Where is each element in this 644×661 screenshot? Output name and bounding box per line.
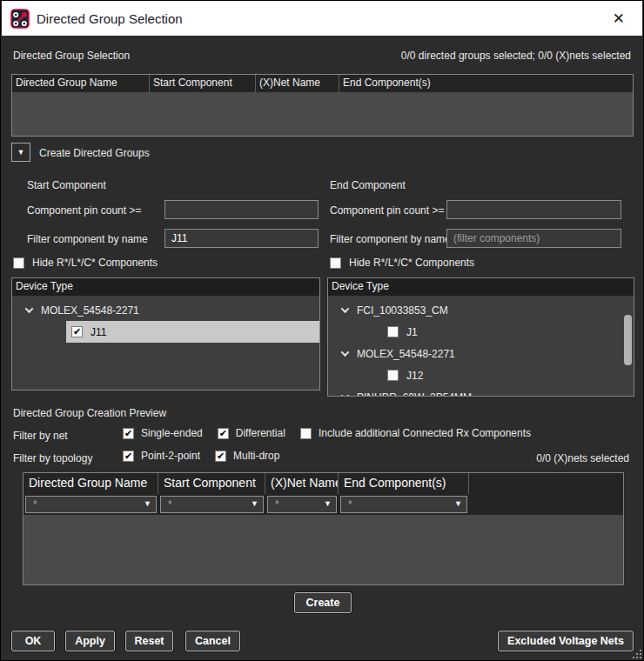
preview-filter-row: * ▼ * ▼ * ▼ * ▼ — [23, 494, 623, 515]
dropdown-arrow-icon: ▼ — [324, 500, 332, 508]
end-tree-body: FCI_10033853_CM J1 MOLEX_54548-2271 J12 … — [328, 296, 634, 397]
selection-table-header: Directed Group Name Start Component (X)N… — [12, 75, 633, 92]
selection-status: 0/0 directed groups selected; 0/0 (X)net… — [401, 50, 631, 62]
window-title: Directed Group Selection — [37, 11, 183, 26]
option-multi-drop[interactable]: ✔ Multi-drop — [215, 450, 279, 462]
selection-table-body[interactable] — [12, 92, 633, 136]
app-icon — [10, 8, 30, 29]
collapse-arrow-icon: ▼ — [17, 148, 25, 157]
preview-column-end-components: End Component(s) — [339, 473, 469, 494]
filter-by-net-label: Filter by net — [13, 430, 68, 442]
end-hide-rlc-checkbox[interactable] — [330, 257, 341, 269]
option-point-2-point[interactable]: ✔ Point-2-point — [123, 450, 200, 462]
start-tree-header: Device Type — [12, 278, 319, 296]
tree-leaf-j1-checkbox[interactable] — [387, 326, 399, 337]
option-include-rx[interactable]: Include additional Connected Rx Componen… — [300, 427, 531, 439]
start-component-label: Start Component — [27, 179, 106, 191]
resize-grip-icon[interactable] — [640, 650, 641, 651]
create-button[interactable]: Create — [294, 592, 352, 613]
end-filter-name-input[interactable] — [446, 229, 621, 248]
chevron-down-icon[interactable] — [341, 304, 350, 313]
multi-drop-checkbox[interactable]: ✔ — [215, 451, 226, 462]
tree-leaf-j1[interactable]: J1 — [328, 321, 634, 343]
end-device-type-tree: Device Type FCI_10033853_CM J1 MOLEX_545… — [327, 277, 634, 397]
end-tree-scrollbar-thumb[interactable] — [624, 315, 632, 365]
checkmark-icon: ✔ — [124, 428, 132, 437]
filter-combo-directed-group-name[interactable]: * ▼ — [25, 496, 157, 513]
filter-by-net-options: ✔ Single-ended ✔ Differential Include ad… — [123, 427, 531, 439]
close-button[interactable]: ✕ — [604, 10, 634, 28]
selection-section-label: Directed Group Selection — [13, 50, 130, 62]
checkmark-icon: ✔ — [73, 327, 81, 337]
filter-combo-xnet-name[interactable]: * ▼ — [267, 496, 337, 513]
collapse-create-groups-button[interactable]: ▼ — [11, 143, 30, 162]
tree-node-molex2[interactable]: MOLEX_54548-2271 — [328, 343, 634, 364]
checkmark-icon: ✔ — [124, 451, 132, 460]
column-header-directed-group-name: Directed Group Name — [12, 75, 150, 92]
preview-table-body[interactable] — [23, 515, 623, 584]
chevron-down-icon[interactable] — [25, 304, 34, 313]
excluded-voltage-nets-button[interactable]: Excluded Voltage Nets — [498, 631, 634, 651]
start-filter-name-input[interactable] — [164, 229, 319, 248]
selection-table: Directed Group Name Start Component (X)N… — [11, 74, 634, 137]
start-filter-name-label: Filter component by name — [27, 233, 148, 245]
filter-by-topology-options: ✔ Point-2-point ✔ Multi-drop — [123, 450, 279, 462]
filter-combo-start-component[interactable]: * ▼ — [160, 496, 264, 513]
end-tree-scrollbar[interactable] — [624, 315, 632, 397]
start-tree-body: MOLEX_54548-2271 ✔ J11 — [12, 296, 319, 390]
chevron-down-icon[interactable] — [341, 391, 350, 397]
start-hide-rlc-label: Hide R*/L*/C* Components — [32, 257, 158, 269]
tree-leaf-j11[interactable]: ✔ J11 — [12, 321, 319, 343]
checkmark-icon: ✔ — [219, 428, 227, 437]
end-hide-rlc-row: Hide R*/L*/C* Components — [330, 257, 474, 269]
dropdown-arrow-icon: ▼ — [144, 500, 151, 508]
end-pin-count-label: Component pin count >= — [330, 204, 444, 217]
column-header-start-component: Start Component — [150, 75, 256, 92]
filter-combo-end-components[interactable]: * ▼ — [340, 496, 467, 513]
include-rx-checkbox[interactable] — [300, 428, 312, 439]
tree-node-fci[interactable]: FCI_10033853_CM — [328, 299, 634, 321]
preview-column-directed-group-name: Directed Group Name — [23, 473, 158, 494]
tree-node-label: FCI_10033853_CM — [357, 304, 448, 317]
chevron-down-icon[interactable] — [341, 348, 350, 357]
create-groups-section-label: Create Directed Groups — [39, 147, 150, 159]
preview-column-start-component: Start Component — [158, 473, 265, 494]
end-filter-name-label: Filter component by name — [330, 233, 451, 245]
tree-node-label: MOLEX_54548-2271 — [41, 304, 139, 317]
dropdown-arrow-icon: ▼ — [454, 500, 462, 508]
point-2-point-checkbox[interactable]: ✔ — [123, 451, 134, 462]
column-header-xnet-name: (X)Net Name — [256, 75, 339, 92]
option-differential[interactable]: ✔ Differential — [218, 427, 285, 439]
tree-leaf-j11-highlight[interactable]: ✔ J11 — [66, 321, 319, 343]
tree-leaf-label: J1 — [406, 326, 418, 338]
single-ended-checkbox[interactable]: ✔ — [123, 428, 134, 439]
directed-group-selection-dialog: Directed Group Selection ✕ Directed Grou… — [0, 0, 644, 661]
preview-table-header: Directed Group Name Start Component (X)N… — [23, 473, 623, 494]
tree-leaf-label: J12 — [406, 370, 423, 382]
start-hide-rlc-checkbox[interactable] — [13, 257, 24, 269]
tree-leaf-j12-checkbox[interactable] — [387, 370, 399, 381]
reset-button[interactable]: Reset — [125, 631, 173, 651]
end-tree-header: Device Type — [328, 278, 634, 296]
differential-checkbox[interactable]: ✔ — [218, 428, 229, 439]
close-icon: ✕ — [613, 10, 625, 27]
option-single-ended[interactable]: ✔ Single-ended — [123, 427, 203, 439]
tree-node-pinhdr[interactable]: PINHDR_60W_2P54MM — [328, 386, 634, 397]
start-pin-count-input[interactable] — [164, 200, 319, 219]
start-device-type-tree: Device Type MOLEX_54548-2271 ✔ J11 — [11, 277, 320, 391]
preview-header-filler — [469, 473, 623, 494]
end-hide-rlc-label: Hide R*/L*/C* Components — [349, 257, 474, 269]
ok-button[interactable]: OK — [11, 631, 55, 651]
tree-leaf-j12[interactable]: J12 — [328, 364, 634, 386]
tree-node-molex[interactable]: MOLEX_54548-2271 — [12, 299, 319, 321]
apply-button[interactable]: Apply — [65, 631, 115, 651]
cancel-button[interactable]: Cancel — [185, 631, 240, 651]
end-pin-count-input[interactable] — [446, 200, 621, 219]
tree-leaf-label: J11 — [91, 326, 106, 338]
preview-table: Directed Group Name Start Component (X)N… — [23, 472, 624, 585]
checkmark-icon: ✔ — [217, 451, 225, 460]
start-pin-count-label: Component pin count >= — [27, 204, 141, 217]
tree-leaf-j11-checkbox[interactable]: ✔ — [71, 326, 83, 337]
column-header-end-components: End Component(s) — [339, 75, 633, 92]
preview-status: 0/0 (X)nets selected — [536, 452, 629, 464]
